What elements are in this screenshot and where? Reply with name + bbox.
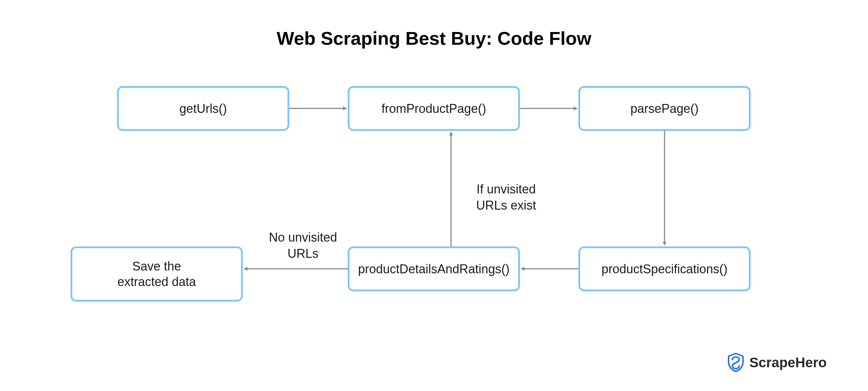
shield-icon <box>727 353 744 372</box>
brand-name: ScrapeHero <box>749 355 827 370</box>
edge-label-unvisited-exist: If unvisited URLs exist <box>461 165 551 213</box>
node-label: productDetailsAndRatings() <box>358 261 510 277</box>
node-label: parsePage() <box>630 101 699 116</box>
diagram-canvas: Web Scraping Best Buy: Code Flow getUrls… <box>0 0 868 391</box>
node-product-specifications: productSpecifications() <box>578 246 751 291</box>
edge-label-no-unvisited: No unvisited URLs <box>258 213 348 262</box>
diagram-arrows <box>0 0 868 391</box>
node-label: Save the extracted data <box>117 258 196 289</box>
node-label: fromProductPage() <box>381 101 486 116</box>
brand-logo: ScrapeHero <box>727 353 827 372</box>
node-parse-page: parsePage() <box>578 86 751 131</box>
node-label: getUrls() <box>179 101 227 116</box>
node-get-urls: getUrls() <box>117 86 289 131</box>
node-save-extracted-data: Save the extracted data <box>71 246 243 302</box>
diagram-title: Web Scraping Best Buy: Code Flow <box>0 28 868 49</box>
node-from-product-page: fromProductPage() <box>348 86 520 131</box>
node-label: productSpecifications() <box>602 261 728 277</box>
node-product-details-and-ratings: productDetailsAndRatings() <box>348 246 520 291</box>
